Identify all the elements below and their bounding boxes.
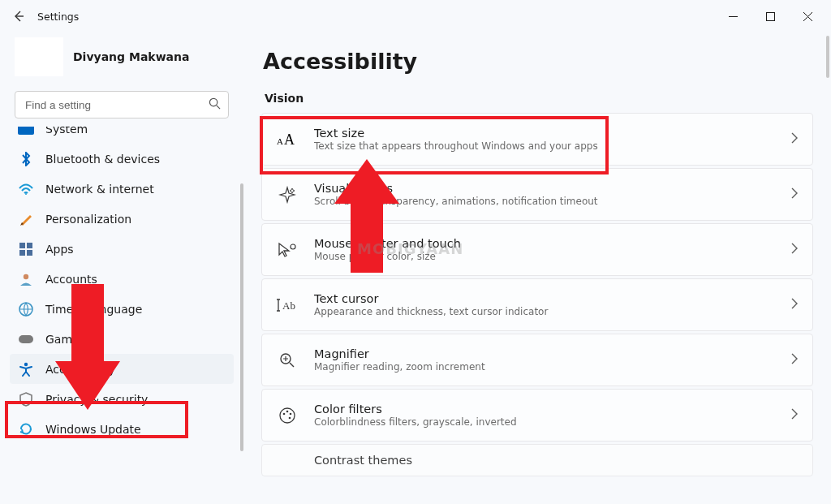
sidebar-item-gaming[interactable]: Gaming	[10, 324, 234, 354]
sidebar-item-update[interactable]: Windows Update	[10, 414, 234, 444]
svg-rect-0	[766, 12, 774, 20]
card-desc: Mouse pointer color, size	[314, 251, 774, 262]
back-button[interactable]	[5, 2, 32, 30]
minimize-button[interactable]	[714, 3, 751, 29]
magnifier-icon	[277, 352, 298, 368]
svg-point-19	[290, 412, 292, 415]
privacy-icon	[18, 391, 34, 407]
card-text-size[interactable]: AA Text sizeText size that appears throu…	[261, 113, 813, 166]
page-title: Accessibility	[263, 49, 813, 74]
sidebar: Divyang Makwana System Bluetoot	[0, 32, 243, 504]
card-desc: Appearance and thickness, text cursor in…	[314, 306, 774, 317]
search-input[interactable]	[15, 91, 229, 118]
card-title: Text cursor	[314, 292, 774, 305]
svg-rect-6	[19, 250, 25, 256]
card-desc: Magnifier reading, zoom increment	[314, 361, 774, 373]
svg-rect-5	[27, 243, 32, 248]
chevron-right-icon	[790, 242, 798, 257]
card-title: Contrast themes	[314, 454, 798, 467]
search-wrap	[15, 91, 229, 118]
sidebar-item-label: Windows Update	[45, 423, 141, 436]
sidebar-item-label: Privacy & security	[45, 393, 148, 406]
accounts-icon	[18, 271, 34, 287]
close-icon	[803, 12, 812, 21]
settings-window: Settings Divyang Makwana	[0, 0, 831, 504]
sidebar-item-system[interactable]: System	[10, 127, 234, 144]
sidebar-item-accessibility[interactable]: Accessibility	[10, 354, 234, 384]
svg-text:A: A	[277, 136, 283, 146]
card-title: Mouse pointer and touch	[314, 237, 774, 250]
network-icon	[18, 181, 34, 197]
card-magnifier[interactable]: MagnifierMagnifier reading, zoom increme…	[261, 334, 813, 386]
card-color-filters[interactable]: Color filtersColorblindness filters, gra…	[261, 389, 813, 442]
avatar	[15, 37, 63, 76]
chevron-right-icon	[790, 407, 798, 423]
user-row[interactable]: Divyang Makwana	[10, 32, 234, 91]
svg-point-8	[24, 274, 28, 278]
svg-rect-10	[19, 335, 33, 343]
close-button[interactable]	[789, 3, 826, 29]
system-icon	[18, 127, 34, 137]
sidebar-item-accounts[interactable]: Accounts	[10, 264, 234, 294]
accessibility-icon	[18, 361, 34, 377]
main-scrollbar-thumb[interactable]	[826, 36, 829, 78]
card-mouse-pointer[interactable]: Mouse pointer and touchMouse pointer col…	[261, 223, 813, 276]
window-controls	[714, 3, 826, 29]
text-cursor-icon: Ab	[277, 298, 298, 312]
time-language-icon	[18, 301, 34, 317]
svg-point-3	[25, 193, 27, 195]
settings-cards: AA Text sizeText size that appears throu…	[261, 113, 813, 476]
titlebar: Settings	[0, 0, 831, 32]
sidebar-item-label: Accessibility	[45, 363, 115, 376]
sidebar-item-bluetooth[interactable]: Bluetooth & devices	[10, 144, 234, 174]
svg-text:A: A	[284, 131, 295, 148]
card-title: Color filters	[314, 403, 774, 416]
card-desc: Scroll bars, transparency, animations, n…	[314, 196, 774, 207]
sidebar-item-personalization[interactable]: Personalization	[10, 204, 234, 234]
personalization-icon	[18, 211, 34, 227]
sidebar-item-label: Gaming	[45, 333, 90, 346]
svg-point-11	[24, 362, 28, 365]
card-desc: Colorblindness filters, grayscale, inver…	[314, 416, 774, 428]
minimize-icon	[729, 12, 738, 21]
svg-rect-2	[18, 127, 34, 135]
sidebar-item-privacy[interactable]: Privacy & security	[10, 384, 234, 414]
sidebar-item-label: Accounts	[45, 273, 97, 286]
user-name: Divyang Makwana	[73, 50, 189, 63]
search-icon	[209, 97, 221, 113]
window-title: Settings	[37, 11, 79, 23]
maximize-button[interactable]	[751, 3, 789, 29]
nav: System Bluetooth & devices Network & int…	[10, 127, 234, 476]
sidebar-item-network[interactable]: Network & internet	[10, 174, 234, 204]
chevron-right-icon	[790, 297, 798, 312]
apps-icon	[18, 241, 34, 257]
gaming-icon	[18, 331, 34, 347]
maximize-icon	[766, 12, 775, 21]
back-arrow-icon	[12, 10, 25, 23]
svg-point-20	[289, 416, 291, 419]
sidebar-item-label: Apps	[45, 243, 74, 256]
sidebar-item-label: Personalization	[45, 213, 131, 226]
chevron-right-icon	[790, 131, 798, 147]
card-text-cursor[interactable]: Ab Text cursorAppearance and thickness, …	[261, 278, 813, 331]
sidebar-item-apps[interactable]: Apps	[10, 234, 234, 264]
update-icon	[18, 421, 34, 437]
sidebar-item-time[interactable]: Time & language	[10, 294, 234, 324]
svg-point-14	[291, 244, 295, 249]
visual-effects-icon	[277, 186, 298, 204]
chevron-right-icon	[790, 352, 798, 368]
color-filters-icon	[277, 407, 298, 424]
sidebar-item-label: Time & language	[45, 303, 142, 316]
card-visual-effects[interactable]: Visual effectsScroll bars, transparency,…	[261, 168, 813, 221]
svg-point-1	[209, 98, 217, 106]
main-content: Accessibility Vision AA Text sizeText si…	[243, 32, 831, 504]
svg-rect-7	[27, 250, 32, 256]
section-vision-label: Vision	[265, 92, 813, 105]
card-desc: Text size that appears throughout Window…	[314, 140, 774, 152]
sidebar-item-label: Network & internet	[45, 183, 154, 196]
svg-text:Ab: Ab	[282, 299, 295, 312]
sidebar-item-label: System	[45, 127, 88, 136]
card-contrast-themes[interactable]: Contrast themes	[261, 444, 813, 476]
svg-rect-4	[19, 243, 25, 248]
svg-point-18	[286, 410, 289, 412]
